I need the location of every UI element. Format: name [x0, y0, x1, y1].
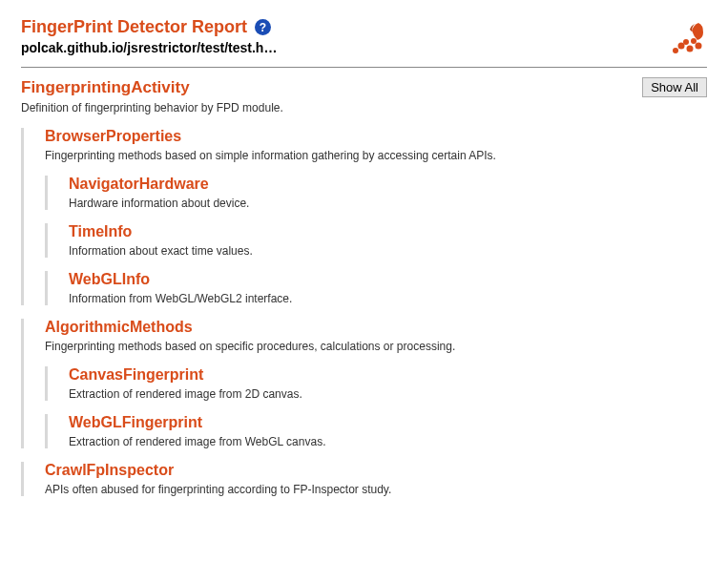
subgroup-description: Extraction of rendered image from WebGL … [69, 435, 707, 448]
group-description: Fingerprinting methods based on specific… [45, 340, 707, 353]
show-all-button[interactable]: Show All [642, 77, 707, 97]
subgroup-description: Information about exact time values. [69, 244, 707, 258]
section-description: Definition of fingerprinting behavior by… [21, 101, 707, 114]
group-algorithmic-methods: AlgorithmicMethods Fingerprinting method… [21, 319, 707, 448]
group-title[interactable]: AlgorithmicMethods [45, 319, 707, 336]
subgroup-title[interactable]: TimeInfo [69, 223, 707, 240]
help-icon[interactable]: ? [255, 19, 271, 35]
subgroup-title[interactable]: WebGLFingerprint [69, 414, 707, 431]
subgroup-description: Hardware information about device. [69, 197, 707, 210]
group-title[interactable]: BrowserProperties [45, 128, 707, 145]
app-logo-icon [665, 17, 707, 59]
group-description: APIs often abused for fingerprinting acc… [45, 483, 707, 496]
subgroup-description: Extraction of rendered image from 2D can… [69, 387, 707, 401]
subgroup-title[interactable]: NavigatorHardware [69, 176, 707, 193]
group-title[interactable]: CrawlFpInspector [45, 462, 707, 479]
subgroup-navigator-hardware: NavigatorHardware Hardware information a… [45, 176, 707, 210]
svg-point-1 [687, 46, 694, 52]
subgroup-title[interactable]: CanvasFingerprint [69, 366, 707, 384]
report-title-text: FingerPrint Detector Report [21, 17, 247, 37]
subgroup-webgl-fingerprint: WebGLFingerprint Extraction of rendered … [45, 414, 707, 448]
subgroup-canvas-fingerprint: CanvasFingerprint Extraction of rendered… [45, 366, 707, 401]
section-header: FingerprintingActivity Show All [21, 77, 707, 97]
report-url: polcak.github.io/jsrestrictor/test/test.… [21, 40, 307, 55]
subgroup-time-info: TimeInfo Information about exact time va… [45, 223, 707, 258]
subgroup-description: Information from WebGL/WebGL2 interface. [69, 292, 707, 305]
svg-point-5 [673, 48, 678, 53]
section-title: FingerprintingActivity [21, 78, 190, 97]
subgroup-title[interactable]: WebGLInfo [69, 271, 707, 288]
subgroup-webgl-info: WebGLInfo Information from WebGL/WebGL2 … [45, 271, 707, 305]
report-header: FingerPrint Detector Report ? polcak.git… [21, 17, 707, 68]
svg-point-3 [683, 39, 689, 45]
report-title: FingerPrint Detector Report ? [21, 17, 271, 37]
svg-point-4 [691, 38, 697, 44]
group-crawl-fp-inspector: CrawlFpInspector APIs often abused for f… [21, 462, 707, 496]
group-description: Fingerprinting methods based on simple i… [45, 149, 707, 162]
svg-point-2 [696, 43, 702, 50]
group-browser-properties: BrowserProperties Fingerprinting methods… [21, 128, 707, 305]
